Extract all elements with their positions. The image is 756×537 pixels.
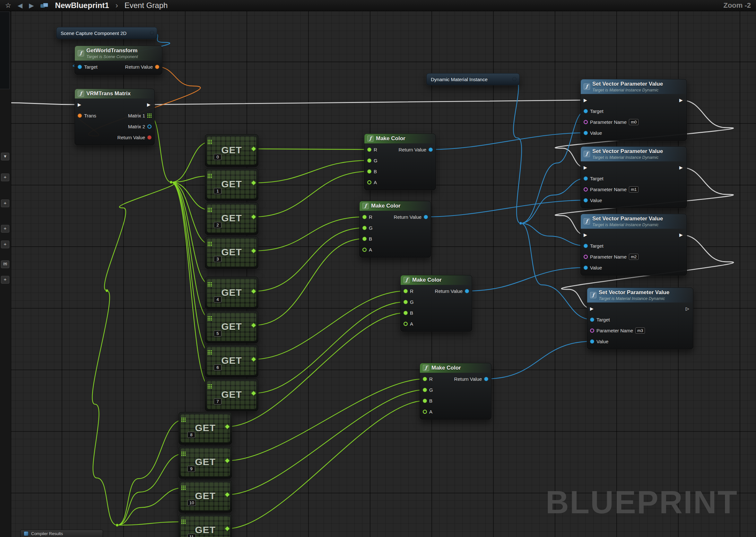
node-mc1[interactable]: ƒMake ColorRReturn ValueGBA [364, 134, 436, 190]
r-pin[interactable] [367, 147, 372, 152]
exec-pin[interactable]: ▶ [679, 165, 683, 170]
index-box[interactable]: 9 [188, 466, 195, 472]
b-pin[interactable] [367, 169, 372, 174]
graph-canvas[interactable]: BLUEPRINT Scene Capture Component 2DDyna… [0, 0, 756, 537]
array-pin[interactable] [208, 174, 212, 178]
dropdown-button[interactable]: ▾ [1, 153, 9, 160]
add-button[interactable]: + [1, 276, 9, 284]
value-box[interactable]: m2 [629, 254, 639, 260]
array-pin[interactable] [208, 350, 212, 354]
node-get9[interactable]: GET9 [178, 446, 232, 478]
ret-pin[interactable] [147, 135, 152, 140]
output-pin[interactable] [512, 77, 516, 81]
array-pin[interactable] [208, 282, 212, 286]
array-pin[interactable] [208, 208, 212, 212]
exec-pin[interactable]: ▶ [78, 102, 81, 107]
exec-pin[interactable]: ▶ [590, 306, 594, 311]
back-button[interactable]: ◀ [18, 2, 22, 9]
node-get11[interactable]: GET11 [178, 514, 232, 537]
index-pin[interactable] [182, 467, 186, 471]
node-mc2[interactable]: ƒMake ColorRReturn ValueGBA [359, 201, 431, 258]
g-pin[interactable] [362, 226, 367, 230]
node-get2[interactable]: GET2 [205, 202, 258, 235]
value-pin[interactable] [590, 339, 594, 344]
pname-pin[interactable] [584, 120, 588, 124]
value-pin[interactable] [584, 266, 588, 270]
target-pin[interactable] [584, 109, 588, 113]
r-pin[interactable] [404, 289, 408, 293]
node-sv4[interactable]: ƒSet Vector Parameter ValueTarget is Mat… [587, 287, 693, 349]
exec-pin[interactable]: ▶ [679, 232, 683, 237]
node-get5[interactable]: GET5 [205, 310, 258, 343]
node-get8[interactable]: GET8 [178, 412, 232, 445]
add-button[interactable]: + [1, 199, 9, 207]
favorite-star-icon[interactable]: ☆ [5, 2, 11, 9]
ret-pin[interactable] [465, 289, 469, 293]
b-pin[interactable] [404, 311, 408, 315]
node-get0[interactable]: GET0 [205, 134, 258, 167]
node-gwt[interactable]: ƒGetWorldTransformTarget is Scene Compon… [74, 46, 162, 75]
trans-pin[interactable] [78, 113, 82, 118]
index-box[interactable]: 10 [188, 500, 196, 506]
mail-icon[interactable]: ✉ [1, 261, 9, 268]
node-get3[interactable]: GET3 [205, 236, 258, 269]
index-pin[interactable] [208, 365, 212, 369]
node-vrm[interactable]: ƒVRMTrans Matrix▶▶TransMatrix 1Matrix 2R… [74, 89, 155, 145]
node-sv2[interactable]: ƒSet Vector Parameter ValueTarget is Mat… [580, 146, 687, 208]
array-pin[interactable] [181, 486, 186, 490]
index-box[interactable]: 0 [214, 154, 221, 160]
index-pin[interactable] [208, 297, 212, 301]
add-button[interactable]: + [1, 241, 9, 248]
ret-pin[interactable] [424, 215, 428, 219]
value-box[interactable]: m0 [629, 119, 639, 125]
array-pin[interactable] [208, 316, 212, 320]
node-get1[interactable]: GET1 [205, 168, 258, 201]
compiler-results-tab[interactable]: Compiler Results [20, 530, 103, 537]
g-pin[interactable] [423, 388, 427, 392]
g-pin[interactable] [404, 300, 408, 304]
ret-pin[interactable] [484, 377, 488, 381]
breadcrumb-root[interactable]: NewBlueprint1 [55, 1, 109, 10]
a-pin[interactable] [367, 180, 372, 185]
exec-pin[interactable]: ▶ [679, 98, 683, 102]
exec-pin[interactable]: ▶ [147, 102, 151, 107]
b-pin[interactable] [362, 237, 367, 241]
array-pin[interactable] [181, 520, 186, 524]
value-box[interactable]: m1 [629, 186, 639, 192]
exec-pin[interactable]: ▶ [584, 98, 587, 102]
exec-pin[interactable]: ▶ [584, 165, 587, 170]
node-sv3[interactable]: ƒSet Vector Parameter ValueTarget is Mat… [580, 214, 687, 275]
index-box[interactable]: 1 [214, 188, 221, 194]
ret-pin[interactable] [155, 65, 159, 69]
ret-pin[interactable] [428, 147, 433, 152]
index-pin[interactable] [208, 257, 212, 261]
target-pin[interactable] [590, 317, 594, 322]
output-pin[interactable] [150, 31, 154, 35]
index-box[interactable]: 11 [188, 534, 196, 537]
index-box[interactable]: 2 [214, 222, 221, 228]
pname-pin[interactable] [590, 328, 594, 333]
node-get6[interactable]: GET6 [205, 345, 258, 377]
a-pin[interactable] [362, 248, 367, 252]
a-pin[interactable] [423, 410, 427, 414]
forward-button[interactable]: ▶ [29, 2, 34, 9]
index-box[interactable]: 5 [214, 330, 221, 337]
index-box[interactable]: 4 [214, 296, 221, 303]
index-box[interactable]: 6 [214, 364, 221, 371]
node-mc4[interactable]: ƒMake ColorRReturn ValueGBA [420, 363, 491, 420]
value-box[interactable]: m3 [635, 328, 645, 334]
exec-pin[interactable]: ▶ [584, 232, 587, 237]
node-get4[interactable]: GET4 [205, 276, 258, 309]
index-pin[interactable] [208, 188, 212, 193]
add-button[interactable]: + [1, 174, 9, 181]
array-pin[interactable] [181, 418, 186, 422]
r-pin[interactable] [423, 377, 427, 381]
index-pin[interactable] [208, 155, 212, 159]
array-pin[interactable] [208, 242, 212, 246]
a-pin[interactable] [404, 322, 408, 326]
r-pin[interactable] [362, 215, 367, 219]
index-pin[interactable] [182, 500, 186, 505]
array-pin[interactable] [147, 113, 152, 118]
node-get10[interactable]: GET10 [178, 480, 232, 513]
array-pin[interactable] [208, 384, 212, 389]
